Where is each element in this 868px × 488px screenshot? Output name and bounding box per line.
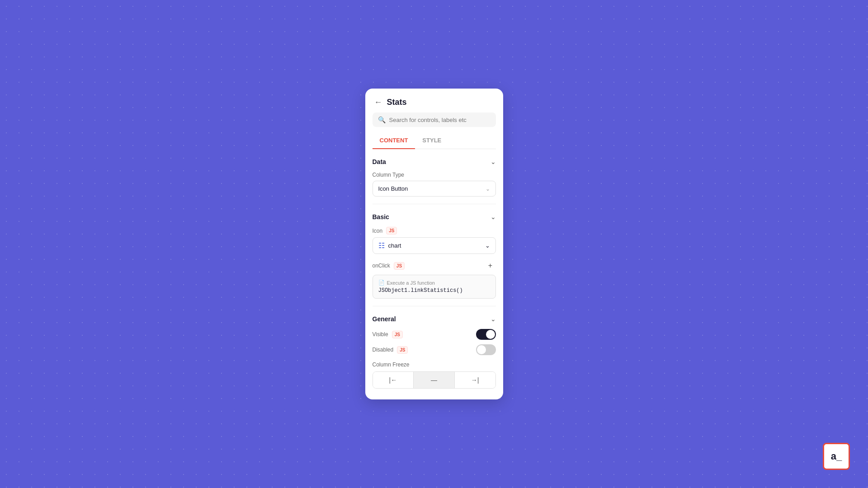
icon-select-left: ☷ chart [378,241,401,250]
disabled-label-row: Disabled JS [373,346,408,354]
column-freeze-label: Column Freeze [373,361,496,368]
tab-style[interactable]: STYLE [415,132,448,149]
column-freeze-buttons: |← — →| [373,371,496,389]
disabled-js-badge[interactable]: JS [397,346,408,354]
search-bar[interactable]: 🔍 [373,113,496,127]
back-button[interactable]: ← [374,98,382,107]
column-type-dropdown[interactable]: Icon Button ⌄ [373,181,496,197]
corner-badge: a_ [823,443,850,470]
disabled-label: Disabled [373,347,394,353]
divider-1 [373,204,496,204]
basic-section-header[interactable]: Basic ⌄ [373,211,496,222]
icon-select-value: chart [388,242,401,249]
execute-function-label: 📄 Execute a JS function [378,280,490,286]
freeze-left-button[interactable]: |← [373,372,414,388]
general-section-header[interactable]: General ⌄ [373,314,496,324]
divider-2 [373,306,496,306]
tab-content[interactable]: CONTENT [373,132,415,149]
onclick-code: JSObject1.linkStatistics() [378,287,490,294]
settings-panel: ← Stats 🔍 CONTENT STYLE Data ⌄ Column Ty… [365,89,503,399]
data-section-header[interactable]: Data ⌄ [373,156,496,167]
onclick-box: 📄 Execute a JS function JSObject1.linkSt… [373,275,496,299]
visible-toggle-knob [486,330,495,339]
freeze-left-icon: |← [389,376,397,384]
func-icon: 📄 [378,280,385,286]
column-type-value: Icon Button [378,185,408,192]
data-section: Data ⌄ Column Type Icon Button ⌄ [373,156,496,197]
onclick-label-row: onClick JS [373,262,405,270]
visible-js-badge[interactable]: JS [392,331,403,338]
basic-chevron-icon: ⌄ [491,213,496,221]
disabled-toggle-knob [477,345,486,354]
data-chevron-icon: ⌄ [491,158,496,165]
icon-field-row: Icon JS [373,227,496,235]
visible-row: Visible JS [373,329,496,340]
freeze-none-icon: — [431,376,437,384]
icon-label: Icon [373,228,383,234]
freeze-right-button[interactable]: →| [455,372,495,388]
basic-section: Basic ⌄ Icon JS ☷ chart ⌄ onClick JS + [373,211,496,299]
disabled-toggle[interactable] [476,344,496,355]
search-icon: 🔍 [378,116,386,123]
general-chevron-icon: ⌄ [491,315,496,323]
disabled-row: Disabled JS [373,344,496,355]
onclick-header: onClick JS + [373,260,496,271]
onclick-label: onClick [373,263,390,269]
icon-select-dropdown[interactable]: ☷ chart ⌄ [373,237,496,254]
panel-title: Stats [387,98,407,107]
visible-label: Visible [373,331,388,338]
general-section-title: General [373,315,396,323]
freeze-right-icon: →| [471,376,479,384]
data-section-title: Data [373,158,386,165]
chart-icon: ☷ [378,241,385,250]
visible-toggle[interactable] [476,329,496,340]
icon-js-badge[interactable]: JS [386,227,397,235]
search-input[interactable] [389,117,491,123]
general-section: General ⌄ Visible JS Disabled JS [373,314,496,389]
visible-label-row: Visible JS [373,331,403,338]
tab-bar: CONTENT STYLE [373,132,496,149]
content-area: Data ⌄ Column Type Icon Button ⌄ Basic ⌄… [365,156,503,389]
onclick-js-badge[interactable]: JS [394,262,405,270]
basic-section-title: Basic [373,213,389,221]
icon-dropdown-arrow: ⌄ [485,242,490,249]
panel-header: ← Stats [365,89,503,113]
add-onclick-button[interactable]: + [485,260,496,271]
column-type-label: Column Type [373,172,496,178]
freeze-none-button[interactable]: — [414,372,455,388]
dropdown-arrow-icon: ⌄ [486,186,490,192]
